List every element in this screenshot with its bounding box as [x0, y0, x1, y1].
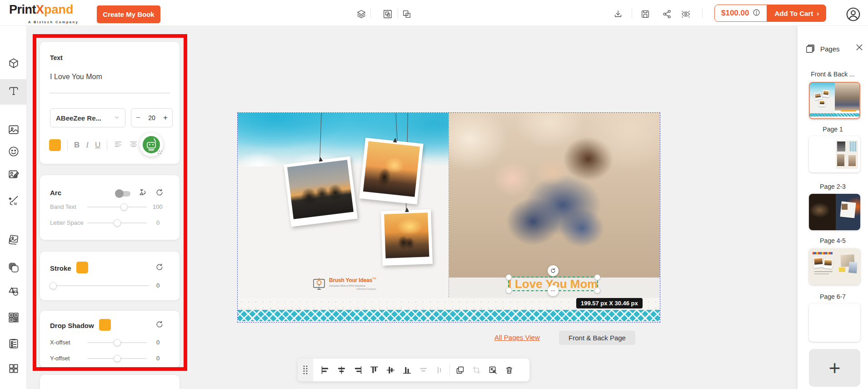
- front-back-page-button[interactable]: Front & Back Page: [559, 331, 635, 345]
- all-pages-view-link[interactable]: All Pages View: [494, 333, 540, 341]
- download-icon[interactable]: [613, 9, 623, 19]
- resize-handle-top-left[interactable]: [506, 274, 512, 280]
- resize-handle-bottom-left[interactable]: [506, 288, 512, 293]
- delete-button[interactable]: [501, 362, 517, 378]
- stroke-width-slider[interactable]: [50, 285, 149, 286]
- sidebar-item-photos[interactable]: [0, 228, 27, 253]
- ungroup-icon[interactable]: [402, 9, 412, 19]
- polaroid-photo-couple[interactable]: [359, 138, 423, 205]
- resize-handle-bottom-right[interactable]: [594, 288, 600, 293]
- sidebar-item-draw[interactable]: [0, 188, 27, 214]
- align-left-button[interactable]: [317, 362, 333, 378]
- arc-reset-icon[interactable]: [155, 188, 164, 199]
- sidebar-item-shapes[interactable]: [0, 279, 27, 305]
- grid-icon: [8, 363, 20, 376]
- drag-dots-icon: [303, 365, 308, 375]
- polaroid-photo-sunset[interactable]: [381, 209, 433, 266]
- selected-text-element[interactable]: I Love You Mom: [508, 277, 598, 291]
- layers-icon[interactable]: [356, 9, 366, 19]
- align-left-icon[interactable]: [114, 140, 123, 151]
- distribute-vertical-button[interactable]: [431, 362, 448, 378]
- page-thumbnail-4-5[interactable]: [809, 248, 860, 285]
- page-thumbnail-front-back[interactable]: [809, 82, 860, 119]
- shadow-reset-icon[interactable]: [155, 320, 164, 331]
- duplicate-button[interactable]: [452, 362, 468, 378]
- sidebar-item-ideas[interactable]: [0, 384, 27, 389]
- polaroid-photo-beach[interactable]: [284, 157, 358, 227]
- sidebar-item-text[interactable]: [0, 79, 27, 105]
- sidebar-item-emoji[interactable]: [0, 140, 27, 165]
- add-to-cart-button[interactable]: Add To Cart ›: [767, 5, 826, 22]
- band-text-value: 100: [153, 203, 163, 210]
- mother-daughter-photo[interactable]: [449, 113, 660, 278]
- create-my-book-button[interactable]: Create My Book: [97, 5, 160, 23]
- text-color-swatch[interactable]: [49, 139, 61, 151]
- page-thumbnail-2-3[interactable]: [809, 194, 860, 230]
- sidebar-item-product[interactable]: [0, 51, 27, 77]
- rotate-handle[interactable]: [548, 265, 559, 276]
- text-input-underline: [50, 93, 170, 93]
- options-handle[interactable]: [548, 285, 559, 296]
- price-box: $100.00: [714, 5, 767, 22]
- distribute-horizontal-button[interactable]: [415, 362, 431, 378]
- text-value-input[interactable]: I Love You Mom: [50, 73, 102, 81]
- price-alert-icon[interactable]: [753, 9, 760, 18]
- text-tool-icon: [8, 85, 20, 99]
- resize-button[interactable]: [484, 362, 501, 378]
- underline-button[interactable]: U: [95, 141, 100, 150]
- align-center-icon[interactable]: [129, 140, 138, 151]
- preview-eye-icon[interactable]: [681, 9, 691, 19]
- x-offset-slider[interactable]: [87, 342, 147, 343]
- app-logo: PrintXpand: [9, 4, 74, 16]
- toolbar-drag-handle[interactable]: [298, 359, 313, 381]
- band-text-label: Band Text: [50, 203, 76, 210]
- drag-dots-icon: [156, 150, 162, 155]
- add-page-button[interactable]: +: [809, 349, 860, 387]
- y-offset-slider[interactable]: [87, 358, 147, 359]
- resize-handle-top-right[interactable]: [594, 274, 600, 280]
- font-family-select[interactable]: ABeeZee Re...: [50, 108, 125, 127]
- assistant-robot-badge[interactable]: [140, 133, 163, 157]
- font-size-decrease-button[interactable]: −: [136, 113, 140, 122]
- arc-flip-icon[interactable]: [138, 188, 147, 199]
- header-divider: [370, 8, 371, 18]
- group-icon[interactable]: [383, 9, 393, 19]
- band-text-slider[interactable]: [87, 207, 147, 207]
- sidebar-item-layouts[interactable]: [0, 357, 27, 382]
- shadow-color-swatch[interactable]: [99, 319, 111, 331]
- letter-space-slider[interactable]: [87, 222, 147, 223]
- page-thumbnail-6-7[interactable]: [809, 303, 860, 342]
- logo-part3: pand: [44, 3, 74, 16]
- align-right-button[interactable]: [349, 362, 366, 378]
- sidebar-item-qrcode[interactable]: [0, 306, 27, 331]
- crop-button[interactable]: [468, 362, 484, 378]
- page-thumbnail-1[interactable]: [809, 136, 860, 172]
- arc-toggle[interactable]: [116, 191, 130, 197]
- canvas-page-back-cover[interactable]: Brush Your IdeasTM Complete Web-to-Print…: [238, 113, 449, 322]
- font-size-increase-button[interactable]: +: [163, 113, 168, 122]
- pages-icon: [805, 44, 815, 56]
- stroke-settings-card: Stroke 0: [40, 252, 180, 300]
- sidebar-item-clipart[interactable]: [0, 162, 27, 188]
- stroke-color-swatch[interactable]: [76, 262, 88, 273]
- stroke-reset-icon[interactable]: [155, 263, 164, 273]
- sidebar-item-form[interactable]: [0, 332, 27, 357]
- share-icon[interactable]: [662, 9, 672, 19]
- save-icon[interactable]: [640, 9, 650, 19]
- qr-code-icon: [8, 312, 20, 325]
- design-canvas[interactable]: Brush Your IdeasTM Complete Web-to-Print…: [238, 113, 660, 322]
- align-center-horizontal-button[interactable]: [333, 362, 349, 378]
- toolbar-divider: [449, 364, 450, 376]
- bold-button[interactable]: B: [74, 141, 80, 150]
- clipart-icon: [8, 168, 20, 182]
- user-avatar[interactable]: [846, 7, 861, 22]
- sidebar-item-pattern[interactable]: [0, 256, 27, 281]
- stroke-width-value: 0: [156, 282, 160, 289]
- align-bottom-button[interactable]: [399, 362, 415, 378]
- letter-space-value: 0: [156, 219, 160, 226]
- italic-button[interactable]: I: [86, 141, 89, 150]
- align-middle-vertical-button[interactable]: [382, 362, 399, 378]
- close-icon[interactable]: [855, 43, 864, 52]
- align-top-button[interactable]: [366, 362, 382, 378]
- font-size-value[interactable]: 20: [148, 114, 155, 121]
